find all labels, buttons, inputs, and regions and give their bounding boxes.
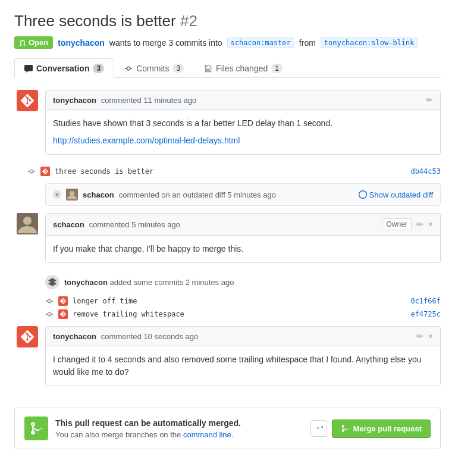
- source-branch[interactable]: tonychacon:slow-blink: [321, 37, 418, 48]
- comment-header-2: schacon commented 5 minutes ago Owner ✏ …: [46, 214, 440, 236]
- close-icon-3[interactable]: ×: [428, 331, 433, 341]
- pr-meta-wants: wants to merge 3 commits into: [109, 38, 222, 48]
- edit-icon-1[interactable]: ✏: [426, 95, 433, 105]
- page-title: Three seconds is better #2: [14, 12, 441, 30]
- comment-box-2: schacon commented 5 minutes ago Owner ✏ …: [45, 213, 441, 263]
- edit-icon-2[interactable]: ✏: [416, 220, 423, 229]
- comment-body-2: If you make that change, I'll be happy t…: [46, 236, 440, 262]
- merge-text: This pull request can be automatically m…: [55, 418, 303, 439]
- svg-point-1: [70, 191, 74, 196]
- edit-icon-3[interactable]: ✏: [416, 331, 423, 341]
- title-text: Three seconds is better: [14, 12, 176, 30]
- comment-author-2[interactable]: schacon: [53, 220, 84, 229]
- tab-commits[interactable]: Commits 3: [114, 58, 194, 78]
- comment-icon: [24, 64, 33, 73]
- avatar-wrap-3: [14, 326, 40, 347]
- timeline: tonychacon commented 11 minutes ago ✏ St…: [14, 90, 441, 396]
- comment-time-2: commented 5 minutes ago: [89, 220, 180, 229]
- merge-actions: Merge pull request: [310, 419, 431, 438]
- commit-mini-icon-2: [45, 297, 54, 305]
- schacon-avatar-img: [66, 189, 78, 201]
- show-outdated-link[interactable]: Show outdated diff: [359, 190, 433, 199]
- files-count: 1: [271, 64, 283, 73]
- merge-icon-wrap: [24, 416, 48, 440]
- avatar-wrap-2: [14, 213, 40, 234]
- git-diamond-3: [60, 311, 66, 317]
- merge-dropdown-icon: [315, 424, 323, 433]
- git-mini-icon-2: [58, 296, 68, 306]
- merge-subtitle: You can also merge branches on the comma…: [55, 430, 233, 439]
- git-mini-icon-3: [58, 309, 68, 319]
- comment-text-1: Studies have shown that 3 seconds is a f…: [53, 117, 433, 130]
- schacon-avatar-small: [66, 189, 78, 201]
- pr-author[interactable]: tonychacon: [58, 38, 105, 48]
- file-icon-tab: [204, 64, 212, 73]
- outdated-text: commented on an outdated diff 5 minutes …: [119, 190, 276, 199]
- command-line-link[interactable]: command line.: [183, 430, 234, 439]
- merge-title: This pull request can be automatically m…: [55, 418, 303, 428]
- outdated-diff-icon: [359, 190, 367, 199]
- tab-files-changed[interactable]: Files changed 1: [194, 58, 293, 78]
- commit-mini-icon-3: [45, 310, 54, 318]
- timeline-item-comment1: tonychacon commented 11 minutes ago ✏ St…: [14, 90, 441, 155]
- comment-author-1[interactable]: tonychacon: [53, 96, 96, 105]
- added-commit-row-2: remove trailing whitespace ef4725c: [45, 309, 441, 319]
- stack-icon: [48, 278, 57, 286]
- status-badge: Open: [14, 36, 53, 49]
- comment-time-1: commented 11 minutes ago: [101, 96, 196, 105]
- avatar-tonychacon-1: [17, 90, 38, 111]
- comment-box-3: tonychacon commented 10 seconds ago ✏ × …: [45, 326, 441, 386]
- avatar-tonychacon-3: [17, 326, 38, 347]
- comment-body-3: I changed it to 4 seconds and also remov…: [46, 346, 440, 386]
- conversation-count: 3: [93, 64, 104, 73]
- svg-point-3: [23, 217, 32, 225]
- open-icon: [19, 39, 26, 46]
- comment-actions-1: ✏: [426, 95, 433, 105]
- commits-count: 3: [172, 64, 184, 73]
- avatar-schacon: [17, 213, 38, 234]
- commit-sha-1[interactable]: db44c53: [410, 167, 441, 176]
- comment-time-3: commented 10 seconds ago: [101, 332, 198, 341]
- comment-text-2: If you make that change, I'll be happy t…: [53, 243, 433, 255]
- commits-added-text: tonychacon added some commits 2 minutes …: [64, 278, 234, 287]
- commit-row-1: three seconds is better db44c53: [27, 167, 441, 176]
- pr-meta-from: from: [299, 38, 316, 48]
- added-commit-sha-2[interactable]: ef4725c: [410, 310, 441, 318]
- added-commit-sha-1[interactable]: 0c1f66f: [410, 297, 441, 305]
- git-logo-icon-1: [21, 94, 34, 107]
- commits-added-icon: [45, 275, 59, 289]
- tab-conversation[interactable]: Conversation 3: [14, 58, 114, 78]
- comment-link-1[interactable]: http://studies.example.com/optimal-led-d…: [53, 136, 240, 145]
- added-commit-msg-2: remove trailing whitespace: [73, 310, 184, 318]
- commits-added-section: tonychacon added some commits 2 minutes …: [45, 275, 441, 293]
- comment-meta-2: schacon commented 5 minutes ago: [53, 220, 180, 229]
- commits-added-header: tonychacon added some commits 2 minutes …: [45, 275, 234, 289]
- comment-body-1: Studies have shown that 3 seconds is a f…: [46, 110, 440, 154]
- outdated-x-icon[interactable]: ×: [53, 190, 61, 199]
- comment-header-3: tonychacon commented 10 seconds ago ✏ ×: [46, 327, 440, 346]
- target-branch[interactable]: schacon:master: [227, 37, 294, 48]
- merge-button-icon: [341, 424, 349, 433]
- commit-mini-icon-1: [27, 167, 36, 176]
- git-logo-icon-3: [21, 330, 34, 343]
- added-commit-row-1: longer off time 0c1f66f: [45, 296, 441, 306]
- tabs: Conversation 3 Commits 3 Files changed 1: [14, 58, 441, 78]
- comment-author-3[interactable]: tonychacon: [53, 332, 96, 341]
- merge-options-button[interactable]: [310, 420, 327, 437]
- comment-actions-2: Owner ✏ ×: [382, 218, 433, 230]
- outdated-left: × schacon commented on an outdated diff …: [53, 189, 276, 201]
- pr-meta: Open tonychacon wants to merge 3 commits…: [14, 36, 441, 49]
- comment-meta-1: tonychacon commented 11 minutes ago: [53, 95, 196, 105]
- merge-btn-label: Merge pull request: [353, 424, 422, 433]
- timeline-item-comment2: schacon commented 5 minutes ago Owner ✏ …: [14, 213, 441, 263]
- outdated-diff-row: × schacon commented on an outdated diff …: [45, 183, 441, 206]
- commit-msg-1: three seconds is better: [55, 167, 153, 176]
- comment-box-1: tonychacon commented 11 minutes ago ✏ St…: [45, 90, 441, 155]
- schacon-avatar-large: [17, 213, 38, 234]
- git-mini-icon-1: [40, 167, 50, 176]
- outdated-author: schacon: [83, 190, 114, 199]
- merge-pull-request-button[interactable]: Merge pull request: [332, 419, 431, 438]
- avatar-wrap-1: [14, 90, 40, 111]
- merge-box: This pull request can be automatically m…: [14, 408, 441, 449]
- close-icon-2[interactable]: ×: [428, 220, 433, 229]
